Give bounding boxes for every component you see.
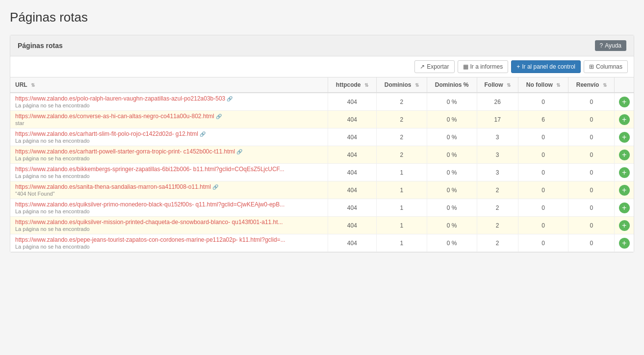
add-row-button[interactable]: + (619, 132, 630, 143)
cell-httpcode: 404 (328, 217, 377, 234)
add-row-button[interactable]: + (619, 114, 630, 125)
cell-nofollow: 0 (518, 234, 568, 252)
cell-dominios_pct: 0 % (427, 217, 477, 234)
table-row: https://www.zalando.es/carhartt-slim-fit… (10, 128, 634, 146)
cell-dominios: 2 (376, 128, 427, 146)
sort-dominios-icon: ⇅ (415, 82, 419, 88)
col-url-label: URL (15, 81, 27, 88)
cell-dominios_pct: 0 % (427, 181, 477, 199)
cell-reenvio: 0 (568, 199, 615, 217)
add-row-button[interactable]: + (619, 203, 630, 213)
col-follow-label: Follow (484, 81, 503, 88)
cell-reenvio: 0 (568, 93, 615, 111)
cell-dominios_pct: 0 % (427, 234, 477, 252)
url-link[interactable]: https://www.zalando.es/pepe-jeans-touris… (15, 236, 285, 243)
add-row-button[interactable]: + (619, 220, 630, 231)
page-title: Páginas rotas (10, 10, 634, 25)
add-row-button[interactable]: + (619, 185, 630, 196)
external-link-icon: 🔗 (227, 96, 232, 101)
col-url[interactable]: URL ⇅ (10, 77, 328, 93)
cell-nofollow: 0 (518, 128, 568, 146)
add-row-button[interactable]: + (619, 97, 630, 107)
table-row: https://www.zalando.es/quiksilver-primo-… (10, 199, 634, 217)
url-subtitle: star (15, 120, 323, 126)
sort-nofollow-icon: ⇅ (556, 82, 560, 88)
panel-header-right: ? Ayuda (595, 40, 627, 51)
col-httpcode-label: httpcode (336, 81, 361, 88)
url-link[interactable]: https://www.zalando.es/polo-ralph-lauren… (15, 95, 225, 102)
toolbar: ↗ Exportar ▦ Ir a informes + Ir al panel… (10, 56, 634, 77)
url-subtitle: La página no se ha encontrado (15, 226, 323, 232)
col-dominios-label: Dominios (385, 81, 412, 88)
col-dominios[interactable]: Dominios ⇅ (376, 77, 427, 93)
cell-httpcode: 404 (328, 128, 377, 146)
col-httpcode[interactable]: httpcode ⇅ (328, 77, 377, 93)
action-cell: + (615, 128, 634, 146)
action-cell: + (615, 199, 634, 217)
page-wrapper: Páginas rotas Páginas rotas ? Ayuda ↗ Ex… (0, 0, 644, 262)
col-dominios-pct[interactable]: Dominios % (427, 77, 477, 93)
url-link[interactable]: https://www.zalando.es/carhartt-slim-fit… (15, 130, 198, 137)
add-row-button[interactable]: + (619, 150, 630, 160)
action-cell: + (615, 146, 634, 164)
external-link-icon: 🔗 (216, 114, 222, 119)
action-cell: + (615, 111, 634, 128)
col-nofollow[interactable]: No follow ⇅ (518, 77, 568, 93)
columns-label: Columnas (596, 63, 622, 70)
reports-button[interactable]: ▦ Ir a informes (458, 60, 509, 73)
cell-nofollow: 0 (518, 146, 568, 164)
cell-dominios_pct: 0 % (427, 111, 477, 128)
url-link[interactable]: https://www.zalando.es/sanita-thena-sand… (15, 183, 211, 190)
table-row: https://www.zalando.es/carhartt-powell-s… (10, 146, 634, 164)
table-row: https://www.zalando.es/quiksilver-missio… (10, 217, 634, 234)
cell-dominios: 2 (376, 93, 427, 111)
external-link-icon: 🔗 (200, 131, 206, 137)
cell-follow: 2 (477, 199, 518, 217)
cell-follow: 26 (477, 93, 518, 111)
url-subtitle: La página no se ha encontrado (15, 244, 323, 250)
reports-icon: ▦ (463, 63, 468, 70)
cell-nofollow: 0 (518, 199, 568, 217)
columns-icon: ⊞ (589, 63, 594, 70)
col-nofollow-label: No follow (526, 81, 553, 88)
table-header-row: URL ⇅ httpcode ⇅ Dominios ⇅ Dominios % (10, 77, 634, 93)
url-link[interactable]: https://www.zalando.es/quiksilver-primo-… (15, 201, 284, 208)
col-follow[interactable]: Follow ⇅ (477, 77, 518, 93)
external-link-icon: 🔗 (236, 149, 242, 154)
url-subtitle: "404 Not Found" (15, 191, 323, 197)
cell-dominios_pct: 0 % (427, 146, 477, 164)
url-link[interactable]: https://www.zalando.es/quiksilver-missio… (15, 219, 283, 226)
col-reenvio[interactable]: Reenvío ⇅ (568, 77, 615, 93)
help-button[interactable]: ? Ayuda (595, 40, 627, 51)
table-body: https://www.zalando.es/polo-ralph-lauren… (10, 93, 634, 252)
url-cell: https://www.zalando.es/bikkembergs-sprin… (10, 164, 328, 181)
url-link[interactable]: https://www.zalando.es/carhartt-powell-s… (15, 148, 235, 155)
url-link[interactable]: https://www.zalando.es/bikkembergs-sprin… (15, 166, 284, 173)
url-cell: https://www.zalando.es/carhartt-powell-s… (10, 146, 328, 164)
cell-reenvio: 0 (568, 217, 615, 234)
cell-httpcode: 404 (328, 93, 377, 111)
cell-httpcode: 404 (328, 199, 377, 217)
help-label: Ayuda (605, 42, 621, 49)
export-button[interactable]: ↗ Exportar (414, 60, 454, 73)
cell-dominios_pct: 0 % (427, 93, 477, 111)
url-cell: https://www.zalando.es/quiksilver-missio… (10, 217, 328, 234)
dashboard-button[interactable]: + Ir al panel de control (511, 60, 581, 73)
cell-reenvio: 0 (568, 234, 615, 252)
cell-nofollow: 0 (518, 181, 568, 199)
columns-button[interactable]: ⊞ Columnas (584, 60, 628, 73)
cell-nofollow: 6 (518, 111, 568, 128)
url-link[interactable]: https://www.zalando.es/converse-as-hi-ca… (15, 113, 214, 120)
col-dominios-pct-label: Dominios % (435, 81, 469, 88)
add-row-button[interactable]: + (619, 167, 630, 178)
table-row: https://www.zalando.es/bikkembergs-sprin… (10, 164, 634, 181)
cell-httpcode: 404 (328, 111, 377, 128)
cell-dominios: 2 (376, 146, 427, 164)
action-cell: + (615, 234, 634, 252)
cell-nofollow: 0 (518, 217, 568, 234)
export-label: Exportar (427, 63, 449, 70)
cell-httpcode: 404 (328, 164, 377, 181)
cell-dominios: 2 (376, 111, 427, 128)
add-row-button[interactable]: + (619, 238, 630, 249)
cell-dominios_pct: 0 % (427, 128, 477, 146)
